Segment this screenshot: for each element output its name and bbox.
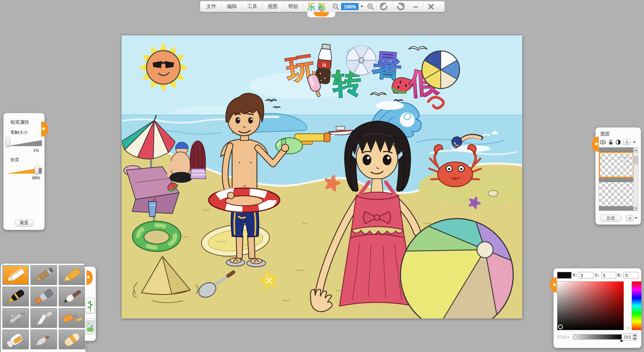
- palette-side-tab: [85, 267, 96, 341]
- brush-size-slider[interactable]: [6, 137, 42, 148]
- toolbar-collapse-handle[interactable]: [307, 12, 335, 17]
- main-toolbar: 文件 编辑 工具 视图 帮助 乐 画 100%: [200, 1, 445, 12]
- hue-marker-right[interactable]: ◃: [642, 326, 644, 330]
- picture-stamp-icon: [86, 319, 94, 334]
- hue-marker-left[interactable]: ▹: [628, 326, 630, 330]
- alpha-up-button[interactable]: [633, 334, 637, 337]
- pencil-properties-panel: 铅笔属性 笔触大小 1% 软度 86% 重置: [3, 113, 45, 230]
- layers-panel: 图层 ≡ 新建 ≡: [595, 127, 641, 225]
- color-picker-collapse-handle[interactable]: [550, 277, 557, 293]
- alpha-label: Alpha: [557, 335, 569, 339]
- layers-collapse-handle[interactable]: [592, 136, 599, 152]
- tool-palette-knife[interactable]: [31, 308, 57, 328]
- layer-separator: [599, 206, 634, 211]
- undo-icon: [380, 3, 389, 11]
- tool-ink-brush[interactable]: [59, 287, 85, 306]
- tool-crayon[interactable]: [59, 265, 85, 285]
- redo-button[interactable]: [393, 1, 408, 12]
- softness-slider[interactable]: [6, 164, 42, 176]
- menu-file[interactable]: 文件: [202, 1, 221, 12]
- new-layer-button[interactable]: 新建: [600, 215, 622, 222]
- zoom-level-value[interactable]: 100%: [341, 3, 359, 10]
- undo-button[interactable]: [377, 1, 392, 12]
- tool-airbrush[interactable]: [2, 308, 29, 328]
- zoom-dropdown-caret[interactable]: [361, 6, 363, 7]
- tool-fountain-pen[interactable]: [2, 287, 29, 306]
- separator: [221, 2, 222, 11]
- tool-flat-brush[interactable]: [31, 287, 57, 306]
- plant-brush-button[interactable]: [86, 298, 95, 313]
- menu-edit[interactable]: 编辑: [222, 1, 241, 12]
- color-picker-panel: R: G: B: ▹ ◃ Alpha 255: [553, 268, 641, 348]
- menu-tools[interactable]: 工具: [243, 1, 262, 12]
- separator: [242, 2, 242, 11]
- minimize-button[interactable]: [409, 1, 423, 12]
- panel-collapse-handle[interactable]: [41, 121, 48, 137]
- scroll-up-button[interactable]: [634, 148, 638, 152]
- tool-palette-panel: [1, 263, 86, 352]
- g-label: G:: [595, 273, 600, 278]
- tool-pencil[interactable]: [2, 265, 29, 285]
- hue-slider[interactable]: [632, 281, 642, 330]
- canvas-artwork[interactable]: 玩 la 转 暑 假: [121, 35, 522, 318]
- separator: [303, 2, 304, 11]
- saturation-value-field[interactable]: [557, 281, 624, 330]
- sv-cursor: [558, 325, 563, 329]
- layer-thumbnail-selected[interactable]: [599, 152, 634, 178]
- palette-collapse-handle[interactable]: [87, 270, 93, 285]
- tool-charcoal-pencil[interactable]: [31, 265, 57, 285]
- zoom-in-button[interactable]: [365, 1, 376, 12]
- layer-menu-caret[interactable]: [633, 141, 636, 143]
- r-input[interactable]: [579, 272, 594, 279]
- logo-le-icon: 乐: [307, 2, 316, 11]
- brush-size-label: 笔触大小: [10, 129, 44, 135]
- layer-scrollbar[interactable]: [633, 148, 638, 211]
- layers-options-caret[interactable]: [635, 217, 637, 219]
- close-icon: [428, 3, 434, 10]
- app-logo-group[interactable]: 乐 画: [304, 1, 329, 12]
- tool-pastel[interactable]: [59, 330, 85, 349]
- tool-metal-nib[interactable]: [31, 330, 57, 349]
- opacity-icon[interactable]: [615, 139, 621, 145]
- zoom-out-button[interactable]: [330, 1, 341, 12]
- drawing-canvas[interactable]: 玩 la 转 暑 假: [121, 35, 522, 318]
- svg-text:暑: 暑: [371, 48, 402, 82]
- pencil-panel-title: 铅笔属性: [10, 119, 44, 125]
- alpha-down-button[interactable]: [633, 337, 637, 340]
- alpha-spinner[interactable]: 255: [622, 334, 637, 340]
- menu-view[interactable]: 视图: [263, 1, 282, 12]
- current-color-swatch[interactable]: [557, 272, 572, 279]
- separator: [408, 2, 408, 11]
- separator: [423, 2, 423, 11]
- minimize-icon: [413, 4, 419, 10]
- visibility-icon[interactable]: [600, 140, 606, 144]
- scroll-down-button[interactable]: [634, 206, 638, 211]
- redo-icon: [396, 3, 405, 11]
- tool-paint-roller[interactable]: [59, 308, 85, 328]
- layer-list[interactable]: [599, 147, 638, 211]
- unlock-icon[interactable]: [608, 139, 613, 145]
- reset-button[interactable]: 重置: [15, 219, 34, 227]
- layer-menu-button[interactable]: ≡: [623, 139, 631, 145]
- softness-label: 软度: [10, 157, 44, 163]
- brush-size-value: 1%: [4, 148, 39, 153]
- layers-options-button[interactable]: ≡: [626, 215, 634, 221]
- b-input[interactable]: [624, 272, 638, 279]
- separator: [262, 2, 263, 11]
- brush-size-slider-handle[interactable]: [6, 137, 10, 147]
- separator: [392, 2, 392, 11]
- softness-slider-handle[interactable]: [35, 165, 39, 175]
- g-input[interactable]: [601, 272, 616, 279]
- layers-panel-title: 图层: [600, 131, 641, 137]
- tool-paint-jar[interactable]: [2, 330, 29, 349]
- close-button[interactable]: [424, 1, 438, 12]
- alpha-value: 255: [622, 334, 633, 340]
- menu-help[interactable]: 帮助: [283, 1, 303, 12]
- picture-stamp-button[interactable]: [86, 318, 95, 334]
- alpha-slider[interactable]: [573, 334, 622, 340]
- scrollbar-thumb[interactable]: [634, 156, 638, 164]
- title-beach-ball: [422, 51, 460, 89]
- handle-smile-icon: [314, 12, 329, 16]
- b-label: B:: [618, 273, 622, 278]
- pinwheel: [346, 46, 376, 75]
